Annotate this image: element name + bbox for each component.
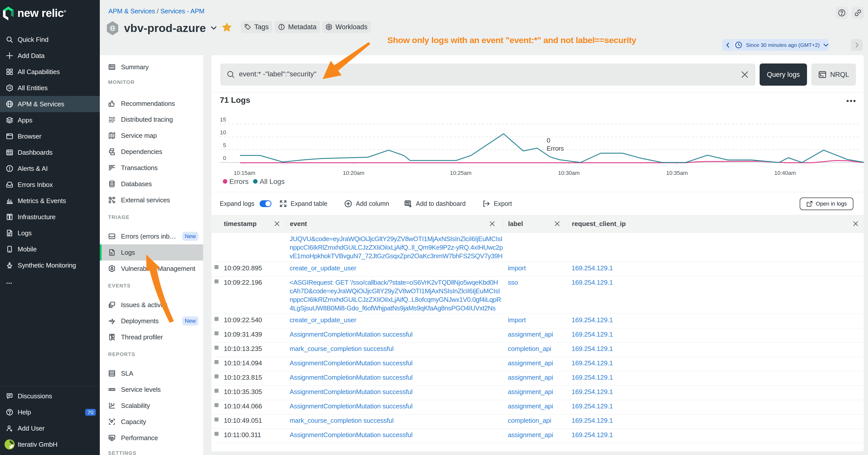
svg-text:10:20am: 10:20am	[343, 170, 365, 176]
svg-text:10:30am: 10:30am	[558, 170, 580, 176]
svg-text:0: 0	[223, 155, 226, 161]
svg-text:10:40am: 10:40am	[774, 170, 796, 176]
svg-text:Errors: Errors	[547, 144, 564, 152]
svg-text:0: 0	[547, 136, 550, 144]
svg-text:10:25am: 10:25am	[450, 170, 471, 176]
svg-text:15: 15	[220, 117, 226, 123]
svg-text:10:35am: 10:35am	[666, 170, 688, 176]
svg-text:10:15am: 10:15am	[234, 170, 255, 176]
svg-text:5: 5	[223, 142, 226, 149]
svg-text:10: 10	[220, 129, 226, 135]
